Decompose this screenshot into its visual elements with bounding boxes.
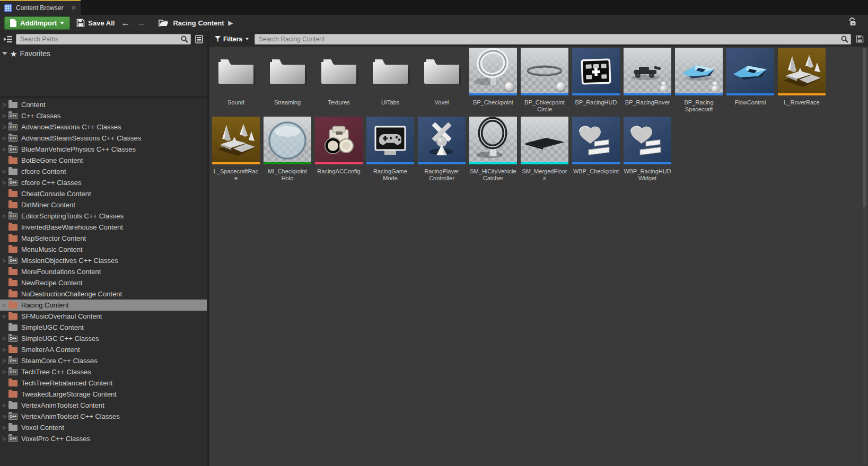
tree-item-tweakedlargestorage-content[interactable]: TweakedLargeStorage Content	[0, 389, 207, 400]
tree-item-voxelpro-c-classes[interactable]: ▷VoxelPro C++ Classes	[0, 433, 207, 444]
tree-item-editorscriptingtools-c-classes[interactable]: ▷EditorScriptingTools C++ Classes	[0, 210, 207, 222]
expand-arrow-icon[interactable]: ▷	[2, 169, 7, 174]
expand-arrow-icon[interactable]: ▷	[2, 180, 7, 185]
tree-item-vertexanimtoolset-c-classes[interactable]: ▷VertexAnimToolset C++ Classes	[0, 411, 207, 422]
tab-close-icon[interactable]: ✕	[71, 4, 76, 12]
expand-arrow-icon[interactable]: ▷	[2, 113, 7, 118]
tree-item-simpleugc-c-classes[interactable]: ▷SimpleUGC C++ Classes	[0, 333, 207, 344]
tree-item-missionobjectives-c-classes[interactable]: ▷MissionObjectives C++ Classes	[0, 255, 207, 266]
scrollbar-thumb[interactable]	[863, 48, 866, 207]
tree-item-botbegone-content[interactable]: BotBeGone Content	[0, 155, 207, 166]
save-search-icon[interactable]	[854, 34, 865, 45]
expand-arrow-icon[interactable]: ▷	[2, 436, 7, 441]
tree-item-sfmusicoverhaul-content[interactable]: ▷SFMusicOverhaul Content	[0, 311, 207, 322]
asset-tile-flowcontrol[interactable]: FlowControl	[726, 48, 774, 111]
tab-content-browser[interactable]: Content Browser ✕	[0, 0, 81, 15]
expand-arrow-icon[interactable]: ▷	[2, 258, 7, 263]
asset-tile-l-roverrace[interactable]: L_RoverRace	[778, 48, 826, 111]
expand-arrow-icon[interactable]: ▷	[2, 136, 7, 140]
asset-tile-racingplayer-controller[interactable]: RacingPlayer Controller	[418, 117, 466, 180]
save-all-button[interactable]: Save All	[76, 19, 115, 27]
asset-thumbnail	[212, 117, 260, 164]
add-import-button[interactable]: Add/Import	[4, 16, 70, 30]
expand-arrow-icon[interactable]: ▷	[2, 214, 7, 218]
filters-button[interactable]: Filters	[213, 36, 251, 43]
asset-tile-bp-checkpoint[interactable]: BP_Checkpoint	[469, 48, 517, 111]
breadcrumb-next-icon[interactable]: ▶	[229, 20, 233, 27]
search-paths-input[interactable]	[16, 34, 191, 45]
expand-arrow-icon[interactable]: ▷	[2, 303, 7, 307]
favorites-header[interactable]: ★ Favorites	[2, 49, 205, 58]
folder-icon	[8, 157, 17, 164]
asset-grid: SoundStreamingTexturesUITabsVoxelBP_Chec…	[212, 48, 861, 180]
asset-label: RacingACConfig	[315, 168, 363, 175]
expand-arrow-icon[interactable]: ▷	[2, 125, 7, 129]
vertical-scrollbar[interactable]	[863, 48, 866, 464]
lock-icon[interactable]	[848, 17, 856, 29]
expand-arrow-icon[interactable]: ▷	[2, 403, 7, 408]
expand-arrow-icon[interactable]: ▷	[2, 147, 7, 152]
breadcrumb[interactable]: Racing Content ▶	[159, 19, 233, 27]
expand-arrow-icon[interactable]: ▷	[2, 425, 7, 430]
asset-tile-bp-racinghud[interactable]: BP_RacingHUD	[572, 48, 620, 111]
asset-tile-mi-checkpoint-holo[interactable]: MI_Checkpoint Holo	[264, 117, 311, 180]
expand-arrow-icon[interactable]: ▷	[2, 370, 7, 374]
tree-item-content[interactable]: ▷Content	[0, 99, 207, 110]
tree-item-techtree-c-classes[interactable]: ▷TechTree C++ Classes	[0, 366, 207, 377]
tree-item-label: Voxel Content	[21, 424, 64, 432]
folder-tile-streaming[interactable]: Streaming	[264, 48, 311, 111]
expand-arrow-icon[interactable]: ▷	[2, 102, 7, 107]
tree-item-vertexanimtoolset-content[interactable]: ▷VertexAnimToolset Content	[0, 400, 207, 411]
tree-item-dirtminer-content[interactable]: DirtMiner Content	[0, 199, 207, 210]
asset-label: WBP_Checkpoint	[572, 168, 620, 175]
tree-item-invertedbasewarehouse-content[interactable]: InvertedBaseWarehouse Content	[0, 222, 207, 233]
tree-item-bluemanvehiclephysics-c-classes[interactable]: ▷BlueManVehiclePhysics C++ Classes	[0, 144, 207, 155]
expand-arrow-icon[interactable]: ▷	[2, 336, 7, 341]
asset-tile-sm-hicityvehicle-catcher[interactable]: SM_HiCityVehicle Catcher	[469, 117, 517, 180]
snowman-badge-icon	[660, 85, 667, 92]
back-button[interactable]: ←	[121, 19, 130, 28]
tree-item-cheatconsole-content[interactable]: CheatConsole Content	[0, 188, 207, 199]
tree-item-label: EditorScriptingTools C++ Classes	[21, 212, 124, 220]
asset-tile-racinggame-mode[interactable]: RacingGame Mode	[366, 117, 414, 180]
tree-item-menumusic-content[interactable]: MenuMusic Content	[0, 244, 207, 255]
tree-item-steamcore-c-classes[interactable]: ▷SteamCore C++ Classes	[0, 355, 207, 366]
folder-tile-uitabs[interactable]: UITabs	[366, 48, 414, 111]
tree-item-cfcore-content[interactable]: ▷cfcore Content	[0, 166, 207, 177]
asset-tile-bp-racingrover[interactable]: BP_RacingRover	[624, 48, 671, 111]
tree-item-nodestructionchallenge-content[interactable]: NoDestructionChallenge Content	[0, 288, 207, 300]
expand-arrow-icon[interactable]: ▷	[2, 358, 7, 363]
folder-tile-textures[interactable]: Textures	[315, 48, 363, 111]
tree-item-advancedsessions-c-classes[interactable]: ▷AdvancedSessions C++ Classes	[0, 121, 207, 133]
asset-tile-bp-racing-spacecraft[interactable]: BP_Racing Spacecraft	[675, 48, 723, 111]
expand-arrow-icon[interactable]: ▷	[2, 347, 7, 352]
forward-button[interactable]: →	[136, 19, 145, 28]
asset-tile-l-spacecraftrace[interactable]: L_SpacecraftRace	[212, 117, 260, 180]
folder-tile-voxel[interactable]: Voxel	[418, 48, 466, 111]
tree-item-morefoundations-content[interactable]: MoreFoundations Content	[0, 266, 207, 277]
tree-item-cfcore-c-classes[interactable]: ▷cfcore C++ Classes	[0, 177, 207, 188]
folder-icon	[8, 425, 17, 431]
expand-arrow-icon[interactable]: ▷	[2, 414, 7, 419]
asset-tile-sm-mergedfloors[interactable]: SM_MergedFloors	[521, 117, 568, 180]
tree-item-advancedsteamsessions-c-classes[interactable]: ▷AdvancedSteamSessions C++ Classes	[0, 133, 207, 144]
expand-arrow-icon[interactable]	[2, 52, 7, 55]
tree-item-newrecipe-content[interactable]: NewRecipe Content	[0, 277, 207, 288]
folder-tile-sound[interactable]: Sound	[212, 48, 260, 111]
search-assets-input[interactable]	[255, 34, 851, 45]
tree-item-simpleugc-content[interactable]: SimpleUGC Content	[0, 322, 207, 333]
expand-arrow-icon[interactable]: ▷	[2, 314, 7, 319]
asset-tile-wbp-racinghud-widget[interactable]: WBP_RacingHUD Widget	[624, 117, 671, 180]
asset-tile-racingacconfig[interactable]: RacingACConfig	[315, 117, 363, 180]
asset-tile-bp-chkecpoint-circle[interactable]: BP_Chkecpoint Circle	[521, 48, 568, 111]
asset-label: SM_HiCityVehicle Catcher	[469, 168, 517, 182]
view-options-icon[interactable]	[194, 34, 204, 45]
tree-item-voxel-content[interactable]: ▷Voxel Content	[0, 422, 207, 433]
tree-item-c-classes[interactable]: ▷C++ Classes	[0, 110, 207, 121]
asset-tile-wbp-checkpoint[interactable]: WBP_Checkpoint	[572, 117, 620, 180]
sources-panel-toggle-icon[interactable]	[3, 34, 13, 45]
tree-item-mapselector-content[interactable]: MapSelector Content	[0, 233, 207, 244]
tree-item-techtreerebalanced-content[interactable]: TechTreeRebalanced Content	[0, 377, 207, 389]
tree-item-racing-content[interactable]: ▷Racing Content	[0, 300, 207, 311]
tree-item-smelteraa-content[interactable]: ▷SmelterAA Content	[0, 344, 207, 355]
